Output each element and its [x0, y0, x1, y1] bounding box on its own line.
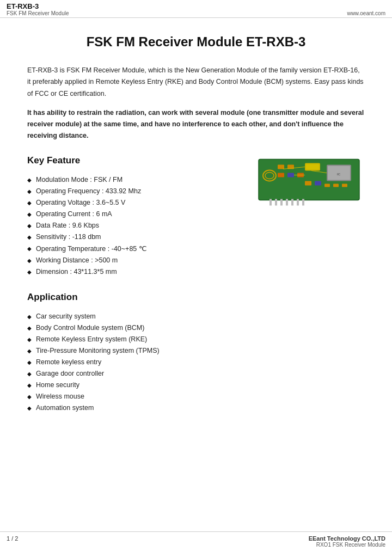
page: ET-RXB-3 FSK FM Receiver Module www.oean… [0, 0, 392, 551]
application-section: Application Car security systemBody Cont… [27, 292, 365, 412]
svg-rect-16 [324, 183, 330, 187]
footer-company: EEant Technology CO.,LTD [309, 535, 385, 542]
svg-rect-7 [278, 164, 284, 169]
app-list: Car security systemBody Control Module s… [27, 313, 365, 412]
feature-item-3: Operating Current : 6 mA [27, 210, 365, 218]
main-content: FSK FM Receiver Module ET-RXB-3 ET-RXB-3… [0, 18, 392, 531]
document-title: FSK FM Receiver Module ET-RXB-3 [27, 34, 365, 50]
intro-paragraph-1: ET-RXB-3 is FSK FM Receiver Module, whic… [27, 65, 365, 100]
header-website: www.oeant.com [347, 10, 385, 16]
feature-item-8: Dimension : 43*11.3*5 mm [27, 268, 365, 276]
app-item-8: Automation system [27, 404, 365, 412]
svg-rect-17 [333, 183, 339, 187]
app-item-5: Garage door controller [27, 370, 365, 377]
header-subtitle: FSK FM Receiver Module [7, 10, 69, 16]
application-title: Application [27, 292, 365, 303]
app-item-6: Home security [27, 381, 365, 389]
footer-page-number: 1 / 2 [7, 535, 18, 542]
intro-paragraph-2: It has ability to restrain the radiation… [27, 107, 365, 142]
app-item-0: Car security system [27, 313, 365, 320]
app-item-2: Remote Keyless Entry system (RKE) [27, 335, 365, 343]
feature-list: Modulation Mode : FSK / FMOperating Freq… [27, 176, 365, 276]
header-left: ET-RXB-3 FSK FM Receiver Module [7, 2, 69, 16]
footer: 1 / 2 EEant Technology CO.,LTD RXO1 FSK … [0, 531, 392, 551]
app-item-7: Wireless mouse [27, 393, 365, 400]
svg-text:IC: IC [337, 172, 341, 175]
header-bar: ET-RXB-3 FSK FM Receiver Module www.oean… [0, 0, 392, 18]
feature-item-6: Operating Temperature : -40~+85 ℃ [27, 244, 365, 253]
app-item-1: Body Control Module system (BCM) [27, 324, 365, 332]
feature-item-0: Modulation Mode : FSK / FM [27, 176, 365, 183]
feature-item-4: Data Rate : 9.6 Kbps [27, 222, 365, 229]
feature-item-7: Working Distance : >500 m [27, 256, 365, 264]
feature-item-5: Sensitivity : -118 dbm [27, 233, 365, 241]
footer-product: RXO1 FSK Receiver Module [309, 542, 385, 548]
app-item-3: Tire-Pressure Monitoring system (TPMS) [27, 347, 365, 354]
header-title: ET-RXB-3 [7, 2, 69, 10]
feature-item-2: Operating Voltage : 3.6~5.5 V [27, 199, 365, 206]
svg-rect-18 [342, 183, 347, 187]
footer-right: EEant Technology CO.,LTD RXO1 FSK Receiv… [309, 535, 385, 548]
svg-rect-6 [306, 164, 319, 169]
key-feature-section: Key Feature IC [27, 155, 365, 276]
feature-item-1: Operating Frequency : 433.92 Mhz [27, 187, 365, 195]
app-item-4: Remote keyless entry [27, 358, 365, 366]
